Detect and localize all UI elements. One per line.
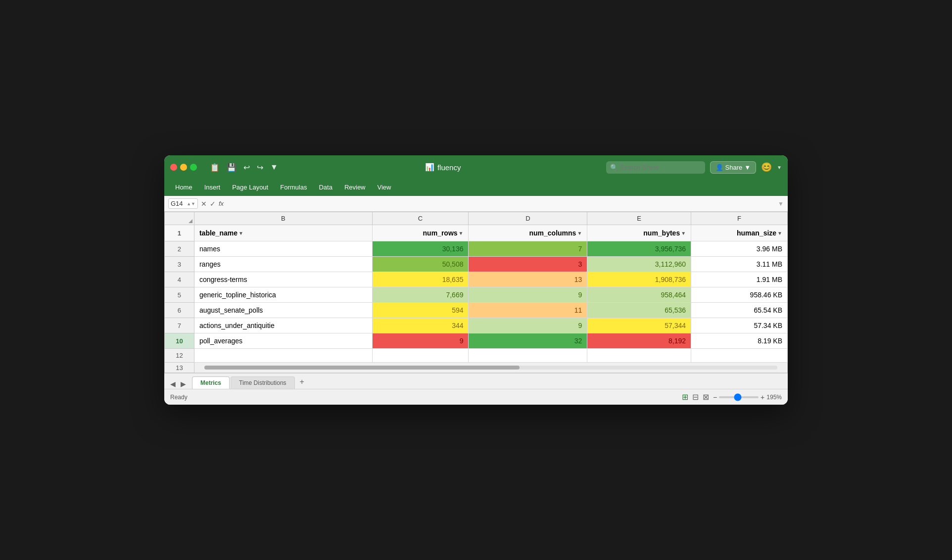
cell-num-bytes-5: 958,464 (587, 287, 691, 303)
col-header-d[interactable]: D (469, 212, 587, 225)
normal-view-button[interactable]: ⊞ (682, 392, 688, 402)
cell-table-name-4: congress-terms (194, 272, 372, 287)
page-layout-view-button[interactable]: ⊟ (692, 392, 699, 402)
user-icon[interactable]: 😊 (761, 162, 772, 173)
share-button[interactable]: 👤 Share ▼ (710, 161, 757, 174)
menu-page-layout[interactable]: Page Layout (227, 182, 273, 193)
menu-insert[interactable]: Insert (199, 182, 226, 193)
status-text: Ready (170, 394, 188, 401)
filter-table-name[interactable]: table_name ▼ (199, 229, 243, 237)
col-header-f[interactable]: F (691, 212, 788, 225)
page-break-view-button[interactable]: ⊠ (703, 392, 709, 402)
formula-input[interactable] (227, 200, 775, 207)
header-human-size: human_size ▼ (691, 225, 788, 241)
cell-table-name-3: ranges (194, 257, 372, 272)
titlebar: 📋 💾 ↩ ↪ ▼ 📊 fluency 🔍 👤 Share ▼ 😊 ▼ (164, 155, 788, 179)
filter-arrow-d: ▼ (577, 231, 582, 236)
menu-formulas[interactable]: Formulas (275, 182, 312, 193)
statusbar: Ready ⊞ ⊟ ⊠ − + 195% (164, 389, 788, 405)
cell-num-bytes-2: 3,956,736 (587, 241, 691, 257)
undo-icon[interactable]: ↩ (241, 162, 252, 173)
zoom-level: 195% (766, 394, 782, 401)
filter-num-rows[interactable]: num_rows ▼ (423, 229, 464, 237)
quick-access-dropdown[interactable]: ▼ (268, 162, 280, 173)
header-num-bytes: num_bytes ▼ (587, 225, 691, 241)
cell-num-rows-7: 344 (372, 318, 469, 333)
cell-empty-12f (691, 349, 788, 363)
tab-time-distributions[interactable]: Time Distributions (231, 376, 295, 389)
redo-icon[interactable]: ↪ (255, 162, 265, 173)
cell-human-size-4: 1.91 MB (691, 272, 788, 287)
titlebar-right: 🔍 👤 Share ▼ 😊 ▼ (606, 161, 782, 174)
minimize-button[interactable] (180, 164, 187, 171)
data-header-row: 1 table_name ▼ num_rows ▼ (165, 225, 788, 241)
scrollbar-cell[interactable] (194, 363, 787, 373)
add-sheet-button[interactable]: + (296, 375, 308, 389)
cell-human-size-3: 3.11 MB (691, 257, 788, 272)
share-icon: 👤 (715, 164, 723, 171)
header-num-columns: num_columns ▼ (469, 225, 587, 241)
close-button[interactable] (170, 164, 177, 171)
table-row: 5 generic_topline_historica 7,669 9 958,… (165, 287, 788, 303)
search-container: 🔍 (606, 161, 705, 174)
table-row: 6 august_senate_polls 594 11 65,536 65.5… (165, 303, 788, 318)
scrollbar-row: 13 (165, 363, 788, 373)
status-right: ⊞ ⊟ ⊠ − + 195% (682, 392, 782, 402)
menu-view[interactable]: View (373, 182, 396, 193)
zoom-out-button[interactable]: − (713, 393, 717, 401)
table-row: 4 congress-terms 18,635 13 1,908,736 1.9… (165, 272, 788, 287)
formula-actions: ✕ ✓ (201, 200, 216, 208)
zoom-in-button[interactable]: + (761, 393, 764, 401)
cell-num-bytes-3: 3,112,960 (587, 257, 691, 272)
app-icon: 📊 (425, 163, 434, 172)
filter-num-columns[interactable]: num_columns ▼ (529, 229, 582, 237)
menu-review[interactable]: Review (339, 182, 371, 193)
column-header-row: B C D E F (165, 212, 788, 225)
row-num-3: 3 (165, 257, 194, 272)
filter-num-bytes[interactable]: num_bytes ▼ (643, 229, 686, 237)
cell-num-bytes-10: 8,192 (587, 333, 691, 349)
table-row: 12 (165, 349, 788, 363)
menubar: Home Insert Page Layout Formulas Data Re… (164, 179, 788, 196)
formula-dropdown[interactable]: ▼ (778, 200, 784, 207)
cancel-formula-button[interactable]: ✕ (201, 200, 207, 208)
filter-arrow-e: ▼ (681, 231, 686, 236)
cell-empty-12b (194, 349, 372, 363)
cell-num-rows-4: 18,635 (372, 272, 469, 287)
table-row: 7 actions_under_antiquitie 344 9 57,344 … (165, 318, 788, 333)
zoom-slider[interactable] (719, 396, 759, 398)
maximize-button[interactable] (190, 164, 197, 171)
col-header-e[interactable]: E (587, 212, 691, 225)
prev-sheet-button[interactable]: ◀ (168, 379, 178, 389)
user-dropdown-icon: ▼ (777, 165, 782, 170)
filter-human-size[interactable]: human_size ▼ (737, 229, 782, 237)
col-header-b[interactable]: B (194, 212, 372, 225)
cell-num-rows-6: 594 (372, 303, 469, 318)
cell-num-cols-5: 9 (469, 287, 587, 303)
row-num-2: 2 (165, 241, 194, 257)
cell-num-bytes-4: 1,908,736 (587, 272, 691, 287)
notebook-icon[interactable]: 📋 (208, 162, 222, 173)
menu-home[interactable]: Home (170, 182, 197, 193)
formulabar: G14 ▲▼ ✕ ✓ fx ▼ (164, 196, 788, 212)
confirm-formula-button[interactable]: ✓ (210, 200, 216, 208)
spreadsheet[interactable]: B C D E F 1 table_name ▼ (164, 212, 788, 373)
cell-num-cols-6: 11 (469, 303, 587, 318)
search-input[interactable] (606, 161, 705, 174)
titlebar-tools: 📋 💾 ↩ ↪ ▼ (208, 162, 280, 173)
save-icon[interactable]: 💾 (225, 162, 238, 173)
cell-num-cols-10: 32 (469, 333, 587, 349)
header-table-name: table_name ▼ (194, 225, 372, 241)
horizontal-scrollbar[interactable] (204, 366, 777, 370)
menu-data[interactable]: Data (314, 182, 337, 193)
filter-arrow-c: ▼ (459, 231, 464, 236)
row-num-6: 6 (165, 303, 194, 318)
tab-metrics[interactable]: Metrics (192, 376, 230, 389)
col-header-c[interactable]: C (372, 212, 469, 225)
filter-arrow-b: ▼ (238, 231, 243, 236)
cell-reference-box[interactable]: G14 ▲▼ (168, 198, 198, 209)
scrollbar-thumb[interactable] (204, 366, 520, 370)
cell-table-name-2: names (194, 241, 372, 257)
next-sheet-button[interactable]: ▶ (179, 379, 188, 389)
cell-num-bytes-6: 65,536 (587, 303, 691, 318)
